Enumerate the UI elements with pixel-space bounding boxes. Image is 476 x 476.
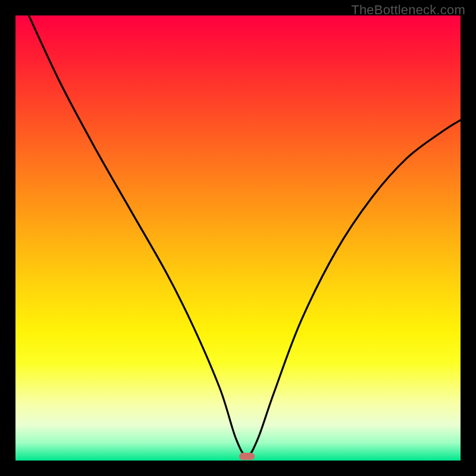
curve-svg: [15, 15, 461, 461]
bottleneck-curve-path: [29, 15, 461, 456]
watermark-text: TheBottleneck.com: [351, 2, 465, 18]
plot-area: [15, 15, 461, 461]
chart-container: TheBottleneck.com: [0, 0, 476, 476]
min-marker: [239, 453, 255, 460]
